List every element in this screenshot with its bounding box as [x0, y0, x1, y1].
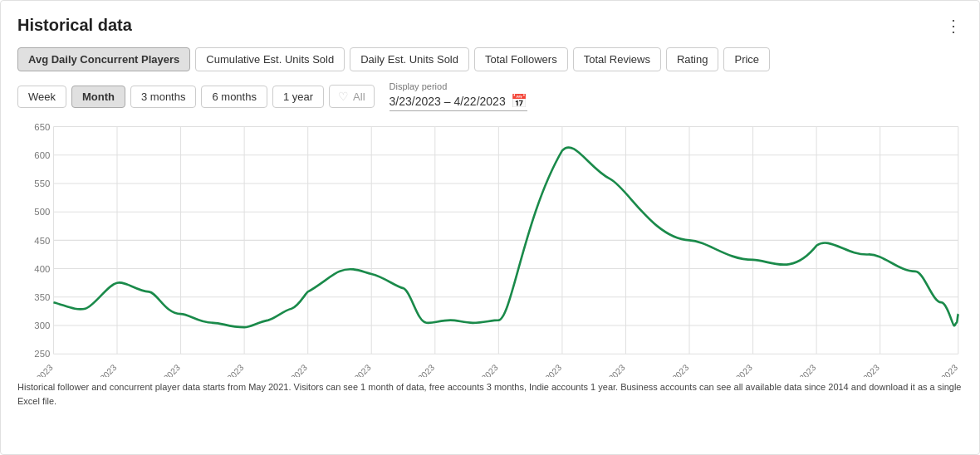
tab-avg-daily[interactable]: Avg Daily Concurrent Players: [17, 47, 190, 71]
tab-price[interactable]: Price: [723, 47, 770, 71]
display-period-text: 3/23/2023 – 4/22/2023: [390, 95, 506, 108]
period-btn-month[interactable]: Month: [71, 86, 125, 108]
all-button-label: All: [353, 91, 365, 103]
svg-text:18 Apr 2023: 18 Apr 2023: [841, 362, 881, 377]
svg-text:8 Apr 2023: 8 Apr 2023: [527, 362, 564, 377]
display-period-value: 3/23/2023 – 4/22/2023 📅: [390, 93, 527, 111]
panel-header: Historical data ⋮: [17, 16, 963, 36]
chart-svg: 650 600 550 500 450 400 350 300 250 23 M…: [17, 120, 963, 377]
svg-text:450: 450: [34, 235, 50, 245]
period-btn-1year[interactable]: 1 year: [272, 86, 324, 108]
svg-text:29 Mar 2023: 29 Mar 2023: [204, 362, 245, 377]
heart-icon: ♡: [338, 90, 349, 103]
calendar-icon[interactable]: 📅: [511, 93, 527, 109]
svg-text:350: 350: [34, 292, 50, 302]
svg-text:31 Mar 2023: 31 Mar 2023: [268, 362, 309, 377]
svg-text:550: 550: [34, 179, 50, 188]
svg-text:400: 400: [34, 264, 50, 274]
svg-text:14 Apr 2023: 14 Apr 2023: [714, 362, 754, 377]
svg-text:300: 300: [34, 320, 50, 330]
period-btn-week[interactable]: Week: [17, 86, 66, 108]
tab-rating[interactable]: Rating: [666, 47, 719, 71]
svg-text:25 Mar 2023: 25 Mar 2023: [77, 362, 118, 377]
period-btn-3months[interactable]: 3 months: [130, 86, 196, 108]
svg-text:12 Apr 2023: 12 Apr 2023: [651, 362, 691, 377]
chart-area: 650 600 550 500 450 400 350 300 250 23 M…: [17, 120, 963, 377]
tab-total-reviews[interactable]: Total Reviews: [573, 47, 661, 71]
svg-text:250: 250: [34, 349, 50, 359]
metric-tabs: Avg Daily Concurrent PlayersCumulative E…: [17, 47, 963, 71]
svg-text:2 Apr 2023: 2 Apr 2023: [336, 362, 373, 377]
svg-text:6 Apr 2023: 6 Apr 2023: [463, 362, 500, 377]
svg-text:27 Mar 2023: 27 Mar 2023: [141, 362, 182, 377]
svg-text:16 Apr 2023: 16 Apr 2023: [778, 362, 818, 377]
svg-text:4 Apr 2023: 4 Apr 2023: [400, 362, 437, 377]
period-row: WeekMonth3 months6 months1 year ♡ All Di…: [17, 81, 963, 111]
display-period: Display period 3/23/2023 – 4/22/2023 📅: [390, 81, 527, 111]
svg-text:20 Apr 2023: 20 Apr 2023: [919, 362, 959, 377]
period-buttons: WeekMonth3 months6 months1 year: [17, 86, 324, 108]
footer-note: Historical follower and concurrent playe…: [17, 380, 963, 408]
svg-text:500: 500: [34, 207, 50, 217]
svg-text:650: 650: [34, 122, 50, 132]
svg-text:23 Mar 2023: 23 Mar 2023: [17, 362, 55, 377]
tab-cumulative[interactable]: Cumulative Est. Units Sold: [195, 47, 345, 71]
tab-total-followers[interactable]: Total Followers: [474, 47, 568, 71]
page-title: Historical data: [17, 16, 132, 35]
historical-data-panel: Historical data ⋮ Avg Daily Concurrent P…: [0, 0, 980, 455]
more-options-icon[interactable]: ⋮: [945, 16, 963, 36]
all-button[interactable]: ♡ All: [329, 85, 374, 108]
period-btn-6months[interactable]: 6 months: [201, 86, 267, 108]
display-period-label: Display period: [390, 81, 527, 91]
svg-text:600: 600: [34, 150, 50, 160]
tab-daily-est[interactable]: Daily Est. Units Sold: [350, 47, 469, 71]
svg-text:10 Apr 2023: 10 Apr 2023: [587, 362, 627, 377]
